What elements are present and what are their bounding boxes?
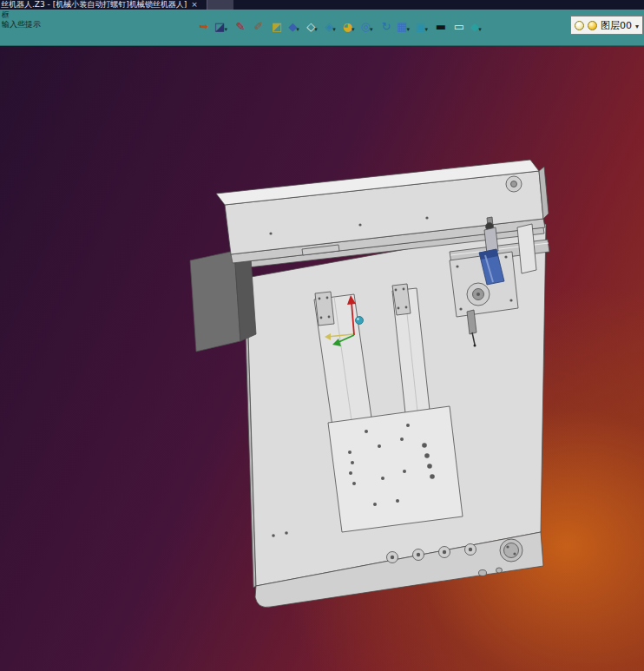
cube-cyan-icon[interactable]: ◆ ▾ — [469, 17, 486, 36]
chevron-down-icon: ▾ — [314, 26, 318, 33]
3d-model-canvas[interactable] — [0, 46, 644, 671]
window-title: 丝机器人.Z3 - [机械小装自动打螺钉]机械锁丝机器人] — [0, 0, 187, 10]
layer-label: 图层00 — [601, 19, 632, 32]
toolbar-icons: ➥ ▾ ◪ ▾ ✎ ▾ ✐ ▾ ◩ ▾ ◆ — [195, 17, 487, 36]
bulb-off-icon[interactable] — [588, 21, 597, 30]
3d-viewport[interactable] — [0, 46, 644, 671]
chevron-down-icon: ▾ — [406, 26, 410, 33]
tab-stub[interactable] — [207, 0, 233, 10]
cube-white-icon[interactable]: ◇ ▾ — [305, 17, 322, 36]
pencil-icon[interactable]: ✎ ▾ — [232, 17, 249, 36]
zoom-icon[interactable]: ◎ ▾ — [359, 17, 377, 36]
toolbar: 框 输入些提示 ➥ ▾ ◪ ▾ ✎ ▾ ✐ ▾ ◩ — [0, 10, 644, 46]
layer-selector[interactable]: 图层00 ▾ — [570, 16, 643, 35]
chevron-down-icon: ▾ — [352, 26, 355, 33]
exit-icon[interactable]: ➥ ▾ — [195, 17, 213, 36]
export-icon[interactable]: ◪ ▾ — [214, 17, 231, 36]
brush-icon[interactable]: ✐ ▾ — [250, 17, 267, 36]
bulb-on-icon[interactable] — [575, 21, 584, 30]
refresh-icon[interactable]: ↻ ▾ — [378, 17, 395, 36]
chevron-down-icon: ▾ — [224, 26, 227, 33]
cube-teal-icon[interactable]: ◈ ▾ — [323, 17, 340, 36]
chevron-down-icon: ▾ — [296, 26, 299, 33]
cube-yellow-icon[interactable]: ◩ ▾ — [268, 17, 286, 36]
prompt-area: 框 输入些提示 — [2, 10, 41, 30]
chevron-down-icon: ▾ — [332, 26, 336, 33]
display-icon[interactable]: ▣ ▾ — [414, 17, 431, 36]
black-rect-icon[interactable]: ▬ ▾ — [432, 17, 450, 36]
cube-blue-icon[interactable]: ◆ ▾ — [286, 17, 304, 36]
close-icon[interactable]: × — [191, 0, 198, 10]
grid-plane-icon[interactable]: ▦ ▾ — [396, 17, 413, 36]
chevron-down-icon: ▾ — [424, 26, 428, 33]
white-rect-icon[interactable]: ▭ ▾ — [450, 17, 468, 36]
prompt-line-1: 框 — [2, 10, 41, 20]
chevron-down-icon: ▾ — [370, 26, 373, 33]
titlebar: 丝机器人.Z3 - [机械小装自动打螺钉]机械锁丝机器人] × — [0, 0, 644, 10]
sphere-yellow-icon[interactable]: ◕ ▾ — [341, 17, 358, 36]
prompt-line-2: 输入些提示 — [2, 20, 41, 30]
chevron-down-icon: ▾ — [478, 26, 482, 33]
machine-work-plate[interactable] — [328, 406, 463, 532]
chevron-down-icon[interactable]: ▾ — [635, 23, 639, 30]
